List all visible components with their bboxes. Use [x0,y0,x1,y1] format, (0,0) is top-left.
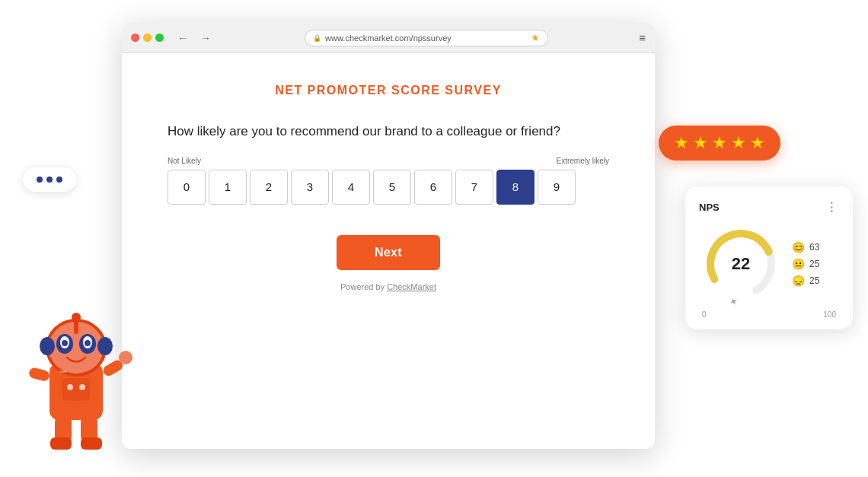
address-bar[interactable]: 🔒 www.checkmarket.com/npssurvey ★ [305,30,548,46]
scale-label-right: Extremely likely [557,157,609,165]
star-1: ★ [674,133,689,153]
browser-menu-icon[interactable]: ≡ [639,31,646,44]
forward-button[interactable]: → [197,30,214,46]
svg-rect-18 [50,437,72,450]
svg-point-15 [119,351,132,364]
star-4: ★ [731,133,746,153]
speech-bubble [23,167,76,192]
gauge-score: 22 [732,254,750,274]
checkmarket-link[interactable]: CheckMarket [387,282,436,291]
survey-content: NET PROMOTER SCORE SURVEY How likely are… [122,53,655,449]
survey-question: How likely are you to recommend our bran… [168,122,609,142]
scale-button-4[interactable]: 4 [332,170,370,205]
traffic-light-minimize[interactable] [143,33,152,42]
scale-button-8[interactable]: 8 [496,170,535,205]
legend-passives: 😐 25 [792,258,819,270]
browser-window: ← → 🔒 www.checkmarket.com/npssurvey ★ ≡ … [122,23,655,449]
traffic-light-close[interactable] [131,33,139,42]
passives-icon: 😐 [792,258,805,270]
bubble-dot-3 [56,176,62,183]
traffic-light-maximize[interactable] [155,33,164,42]
nps-scale-max: 100 [823,310,836,319]
svg-rect-13 [28,367,51,383]
svg-point-11 [40,337,55,355]
bubble-dot-1 [37,176,43,183]
svg-point-12 [97,337,113,355]
gauge-container: ✦ 22 [699,222,783,306]
scale-label-left: Not Likely [168,157,201,165]
back-button[interactable]: ← [174,30,191,46]
nps-card-header: NPS ⋮ [699,200,839,215]
star-2: ★ [693,133,708,153]
star-3: ★ [712,133,727,153]
scale-button-6[interactable]: 6 [414,170,452,205]
nps-card-title: NPS [699,202,720,213]
scale-button-7[interactable]: 7 [455,170,493,205]
browser-chrome: ← → 🔒 www.checkmarket.com/npssurvey ★ ≡ [122,23,655,53]
promoters-value: 63 [809,242,819,253]
stars-badge: ★ ★ ★ ★ ★ [659,126,780,161]
svg-point-22 [67,384,73,390]
next-button[interactable]: Next [337,235,440,270]
scale-row: 0123456789 [168,170,609,205]
svg-rect-20 [59,370,67,373]
star-5: ★ [750,133,765,153]
traffic-lights [131,33,164,42]
bookmark-icon[interactable]: ★ [531,32,540,43]
scale-button-5[interactable]: 5 [373,170,411,205]
url-text: www.checkmarket.com/npssurvey [325,33,452,43]
robot-mascot [15,279,137,462]
lock-icon: 🔒 [313,34,321,42]
passives-value: 25 [809,259,819,269]
legend-promoters: 😊 63 [792,241,819,253]
svg-point-8 [85,340,91,346]
svg-rect-21 [62,378,90,401]
scale-button-0[interactable]: 0 [168,170,206,205]
svg-point-10 [72,313,81,322]
nps-card: NPS ⋮ ✦ 22 😊 63 😐 25 😞 [685,186,853,329]
powered-by: Powered by CheckMarket [340,282,436,291]
nps-scale-min: 0 [702,310,707,319]
svg-point-23 [79,384,85,390]
scale-button-2[interactable]: 2 [250,170,288,205]
svg-point-7 [62,340,68,346]
survey-title: NET PROMOTER SCORE SURVEY [275,84,502,97]
svg-text:✦: ✦ [726,294,740,309]
scale-labels: Not Likely Extremely likely [168,157,609,165]
promoters-icon: 😊 [792,241,805,253]
scale-button-1[interactable]: 1 [209,170,247,205]
nps-gauge-area: ✦ 22 😊 63 😐 25 😞 25 [699,222,839,306]
scale-button-9[interactable]: 9 [538,170,576,205]
bubble-dot-2 [46,176,53,183]
detractors-value: 25 [809,275,819,286]
scale-button-3[interactable]: 3 [291,170,329,205]
svg-rect-19 [81,437,102,450]
nps-menu-button[interactable]: ⋮ [825,200,839,215]
